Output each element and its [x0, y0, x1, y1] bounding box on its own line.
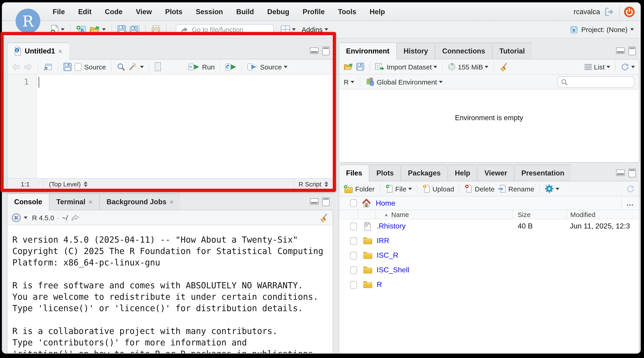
more-file-commands-button[interactable]: [545, 184, 560, 193]
maximize-pane-button[interactable]: [322, 197, 330, 206]
tab-tutorial[interactable]: Tutorial: [492, 42, 532, 59]
minimize-pane-button[interactable]: [310, 47, 318, 54]
menu-debug[interactable]: Debug: [267, 8, 289, 16]
menu-tools[interactable]: Tools: [338, 8, 356, 16]
minimize-pane-button[interactable]: [616, 170, 625, 176]
menu-session[interactable]: Session: [196, 8, 223, 16]
tab-help[interactable]: Help: [448, 165, 477, 181]
language-mode-selector[interactable]: R Script: [294, 179, 333, 189]
menu-edit[interactable]: Edit: [78, 8, 92, 16]
maximize-pane-button[interactable]: [628, 46, 636, 55]
chevron-down-icon[interactable]: [408, 187, 412, 190]
close-icon[interactable]: ×: [88, 198, 92, 205]
tab-background-jobs[interactable]: Background Jobs ×: [99, 193, 180, 210]
new-file-button[interactable]: [50, 24, 64, 34]
save-button[interactable]: [117, 25, 126, 34]
rerun-icon[interactable]: [225, 63, 237, 71]
tab-console[interactable]: Console: [7, 193, 49, 210]
menu-file[interactable]: File: [53, 8, 65, 16]
goto-file-function-input[interactable]: [176, 24, 274, 35]
console-output[interactable]: R version 4.5.0 (2025-04-11) -- "How Abo…: [7, 225, 333, 354]
file-name-link[interactable]: .Rhistory: [377, 222, 406, 230]
folder-name-link[interactable]: R: [377, 281, 382, 289]
menu-build[interactable]: Build: [236, 8, 254, 16]
chevron-down-icon[interactable]: [292, 28, 296, 31]
tab-untitled1[interactable]: R Untitled1 ×: [7, 42, 69, 59]
chevron-down-icon[interactable]: [630, 28, 634, 31]
open-file-button[interactable]: [89, 25, 106, 34]
chevron-down-icon[interactable]: [102, 28, 106, 31]
rename-button[interactable]: Rename: [497, 184, 534, 193]
chevron-down-icon[interactable]: [284, 66, 287, 68]
header-size[interactable]: Size: [513, 210, 567, 219]
back-icon[interactable]: [12, 63, 20, 71]
chevron-down-icon[interactable]: [434, 66, 437, 68]
clear-environment-broom-icon[interactable]: [499, 62, 509, 71]
chevron-down-icon[interactable]: [606, 66, 610, 68]
file-row-irr[interactable]: IRR: [339, 234, 639, 249]
maximize-pane-button[interactable]: [628, 168, 636, 177]
minimize-pane-button[interactable]: [616, 47, 625, 54]
tab-packages[interactable]: Packages: [400, 165, 448, 181]
chevron-down-icon[interactable]: [61, 28, 64, 31]
file-row-isc-r[interactable]: ISC_R: [339, 249, 639, 263]
run-button[interactable]: Run: [188, 63, 215, 71]
folder-name-link[interactable]: IRR: [377, 237, 389, 245]
open-in-new-window-icon[interactable]: [43, 62, 53, 71]
menu-view[interactable]: View: [136, 8, 152, 16]
show-directory-arrow-icon[interactable]: [71, 214, 80, 221]
new-project-button[interactable]: R: [76, 24, 86, 34]
minimize-pane-button[interactable]: [310, 198, 318, 205]
tab-history[interactable]: History: [396, 42, 435, 59]
upload-button[interactable]: Upload: [422, 184, 454, 193]
new-file-button[interactable]: File: [385, 184, 412, 193]
maximize-pane-button[interactable]: [322, 46, 330, 55]
compile-report-icon[interactable]: [154, 62, 161, 71]
header-modified[interactable]: Modified: [567, 210, 639, 219]
folder-name-link[interactable]: ISC_Shell: [377, 266, 409, 274]
row-checkbox[interactable]: [350, 222, 357, 230]
menu-help[interactable]: Help: [370, 8, 385, 16]
tab-connections[interactable]: Connections: [435, 42, 492, 59]
row-checkbox[interactable]: [350, 266, 357, 274]
forward-icon[interactable]: [23, 63, 32, 71]
header-name[interactable]: ▲ Name: [376, 210, 513, 219]
save-icon[interactable]: [63, 62, 72, 71]
close-icon[interactable]: ×: [58, 48, 62, 54]
save-workspace-icon[interactable]: [356, 63, 364, 71]
close-icon[interactable]: ×: [170, 198, 173, 205]
chevron-down-icon[interactable]: [556, 187, 560, 190]
file-row-isc-shell[interactable]: ISC_Shell: [339, 263, 639, 278]
save-all-button[interactable]: [130, 25, 140, 34]
folder-name-link[interactable]: ISC_R: [377, 251, 398, 260]
import-dataset-button[interactable]: Import Dataset: [375, 62, 437, 71]
print-button[interactable]: [151, 25, 161, 34]
chevron-down-icon[interactable]: [350, 81, 354, 83]
source-button[interactable]: Source: [247, 63, 287, 71]
load-workspace-icon[interactable]: [343, 63, 353, 71]
file-row-r[interactable]: R: [339, 278, 639, 292]
row-checkbox[interactable]: [350, 237, 357, 245]
chevron-down-icon[interactable]: [24, 216, 28, 219]
environment-search-input[interactable]: [558, 76, 634, 87]
tab-presentation[interactable]: Presentation: [514, 165, 571, 181]
row-checkbox[interactable]: [350, 252, 357, 260]
chevron-down-icon[interactable]: [140, 66, 144, 68]
delete-button[interactable]: Delete: [465, 184, 495, 193]
tab-terminal[interactable]: Terminal ×: [49, 193, 99, 210]
find-replace-icon[interactable]: [116, 62, 125, 71]
refresh-environment-button[interactable]: [621, 62, 635, 71]
tab-environment[interactable]: Environment: [339, 42, 396, 59]
quit-session-power-icon[interactable]: [624, 6, 635, 17]
scope-selector[interactable]: (Top Level): [44, 180, 93, 187]
new-folder-button[interactable]: Folder: [343, 184, 375, 193]
path-more-button[interactable]: ...: [621, 196, 639, 210]
breadcrumb-home-link[interactable]: Home: [376, 199, 395, 207]
source-on-save-checkbox[interactable]: [74, 63, 82, 71]
memory-usage-button[interactable]: 155 MiB: [448, 63, 488, 71]
addins-button[interactable]: Addins: [302, 25, 328, 33]
environment-selector[interactable]: Global Environment: [366, 77, 442, 86]
file-row-rhistory[interactable]: .Rhistory 40 B Jun 11, 2025, 12:3: [339, 219, 639, 234]
chevron-down-icon[interactable]: [439, 81, 442, 83]
refresh-icon[interactable]: [626, 184, 635, 193]
